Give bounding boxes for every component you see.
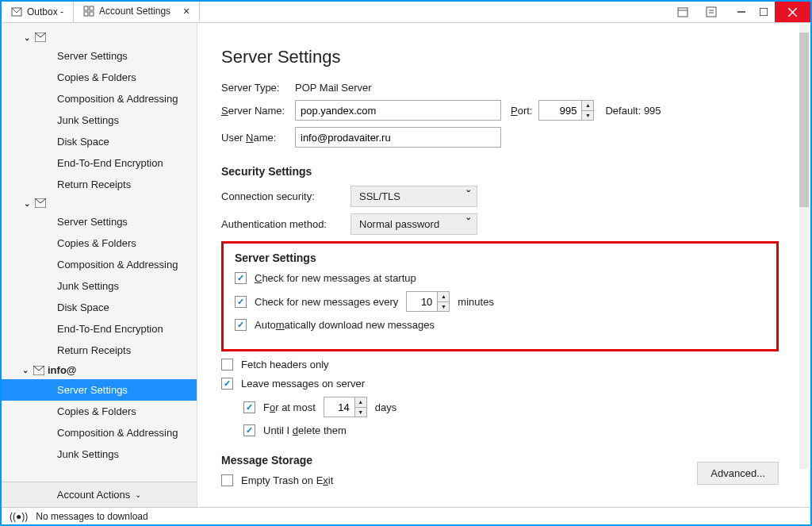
empty-trash-label: Empty Trash on Exit — [241, 474, 333, 486]
auto-download-label: Automatically download new messages — [255, 319, 435, 331]
sidebar: ⌄ Server Settings Copies & Folders Compo… — [2, 23, 197, 507]
sidebar-item-copies-folders[interactable]: Copies & Folders — [2, 232, 197, 254]
spinner-up-icon[interactable]: ▲ — [582, 101, 593, 111]
spinner-down-icon[interactable]: ▼ — [582, 111, 593, 121]
advanced-button[interactable]: Advanced... — [697, 462, 779, 485]
user-name-input[interactable] — [295, 127, 501, 148]
mail-app-icon — [11, 6, 22, 17]
leave-server-label: Leave messages on server — [241, 378, 365, 390]
server-name-input[interactable] — [295, 100, 501, 121]
sidebar-item-server-settings[interactable]: Server Settings — [2, 45, 197, 67]
port-input[interactable] — [538, 100, 582, 121]
chevron-down-icon: ⌄ — [24, 199, 30, 208]
content-pane: Server Settings Server Type: POP Mail Se… — [197, 23, 810, 507]
message-storage-heading: Message Storage — [221, 454, 779, 466]
scrollbar[interactable] — [799, 25, 809, 469]
titlebar: Outbox - Account Settings × — [2, 2, 810, 23]
empty-trash-checkbox[interactable] — [221, 474, 233, 486]
sidebar-item-return-receipts[interactable]: Return Receipts — [2, 174, 197, 195]
account-header-2[interactable]: ⌄ — [2, 195, 197, 211]
sidebar-item-composition[interactable]: Composition & Addressing — [2, 88, 197, 109]
sidebar-item-disk-space[interactable]: Disk Space — [2, 131, 197, 152]
check-every-label-pre: Check for new messages every — [255, 296, 398, 308]
chevron-down-icon: ⌄ — [22, 366, 29, 374]
check-every-spinner[interactable]: ▲▼ — [438, 291, 450, 312]
for-at-most-checkbox[interactable] — [243, 401, 255, 413]
port-label: Port: — [511, 105, 532, 117]
sidebar-item-e2e[interactable]: End-To-End Encryption — [2, 318, 197, 340]
svg-rect-4 — [90, 12, 94, 16]
tab-settings-label: Account Settings — [99, 6, 170, 17]
mail-icon — [35, 198, 46, 208]
server-settings-heading: Server Settings — [235, 251, 765, 264]
check-startup-label: Check for new messages at startup — [255, 272, 416, 284]
auth-method-label: Authentication method: — [221, 218, 344, 230]
until-delete-label: Until I delete them — [263, 424, 347, 436]
check-every-input[interactable] — [406, 291, 438, 312]
sidebar-item-server-settings[interactable]: Server Settings — [2, 211, 197, 232]
activity-icon: ((●)) — [10, 511, 28, 522]
page-title: Server Settings — [221, 47, 779, 67]
account-info-label: info@ — [48, 364, 77, 376]
tab-outbox-label: Outbox - — [27, 6, 63, 17]
account-actions-button[interactable]: Account Actions ⌄ — [2, 482, 197, 507]
sidebar-item-composition[interactable]: Composition & Addressing — [2, 422, 197, 443]
sidebar-item-e2e[interactable]: End-To-End Encryption — [2, 152, 197, 174]
statusbar-message: No messages to download — [36, 511, 147, 522]
svg-rect-5 — [678, 8, 688, 17]
sidebar-item-junk[interactable]: Junk Settings — [2, 109, 197, 131]
spinner-up-icon[interactable]: ▲ — [438, 292, 449, 302]
scrollbar-thumb[interactable] — [799, 33, 809, 207]
for-at-most-post: days — [375, 401, 396, 413]
tasks-icon[interactable] — [700, 2, 722, 22]
calendar-icon[interactable] — [672, 2, 694, 22]
svg-rect-11 — [760, 8, 768, 16]
spinner-up-icon[interactable]: ▲ — [355, 397, 366, 408]
check-every-checkbox[interactable] — [235, 296, 247, 308]
leave-server-checkbox[interactable] — [221, 378, 233, 390]
server-type-value: POP Mail Server — [295, 82, 372, 94]
chevron-down-icon: ⌄ — [24, 33, 30, 42]
server-type-label: Server Type: — [221, 82, 289, 94]
sidebar-item-composition[interactable]: Composition & Addressing — [2, 254, 197, 275]
for-at-most-input[interactable] — [324, 397, 355, 417]
sidebar-item-junk[interactable]: Junk Settings — [2, 275, 197, 297]
for-at-most-spinner[interactable]: ▲▼ — [355, 397, 367, 417]
tab-account-settings[interactable]: Account Settings × — [74, 2, 200, 22]
sidebar-item-copies-folders[interactable]: Copies & Folders — [2, 401, 197, 422]
svg-rect-2 — [90, 6, 94, 10]
server-settings-highlight: Server Settings Check for new messages a… — [221, 241, 779, 351]
svg-rect-1 — [84, 6, 88, 10]
sidebar-item-copies-folders[interactable]: Copies & Folders — [2, 67, 197, 88]
sidebar-item-disk-space[interactable]: Disk Space — [2, 297, 197, 318]
default-port-label: Default: 995 — [605, 105, 661, 117]
svg-rect-7 — [707, 7, 716, 17]
sidebar-item-junk[interactable]: Junk Settings — [2, 443, 197, 465]
connection-security-select[interactable]: SSL/TLS — [350, 186, 477, 207]
sidebar-item-server-settings[interactable]: Server Settings — [2, 379, 197, 401]
auth-method-select[interactable]: Normal password — [350, 213, 477, 235]
maximize-button[interactable] — [753, 2, 775, 22]
check-every-label-post: minutes — [458, 296, 494, 308]
spinner-down-icon[interactable]: ▼ — [438, 302, 449, 312]
sidebar-item-return-receipts[interactable]: Return Receipts — [2, 340, 197, 361]
port-spinner[interactable]: ▲▼ — [582, 100, 594, 121]
tab-close-icon[interactable]: × — [183, 5, 190, 17]
account-header-1[interactable]: ⌄ — [2, 29, 197, 45]
auto-download-checkbox[interactable] — [235, 319, 247, 331]
close-window-button[interactable] — [775, 2, 810, 22]
tab-outbox[interactable]: Outbox - — [2, 2, 74, 22]
account-header-info[interactable]: ⌄ info@ — [2, 361, 197, 379]
auth-method-value: Normal password — [359, 218, 439, 230]
server-name-label: Server Name: — [221, 105, 289, 117]
minimize-button[interactable] — [730, 2, 753, 22]
check-startup-checkbox[interactable] — [235, 272, 247, 284]
until-delete-checkbox[interactable] — [243, 424, 255, 436]
mail-icon — [33, 366, 44, 375]
user-name-label: User Name: — [221, 132, 289, 144]
spinner-down-icon[interactable]: ▼ — [355, 408, 366, 417]
fetch-headers-label: Fetch headers only — [241, 359, 329, 371]
security-heading: Security Settings — [221, 165, 779, 178]
fetch-headers-checkbox[interactable] — [221, 359, 233, 371]
connection-security-label: Connection security: — [221, 190, 344, 202]
